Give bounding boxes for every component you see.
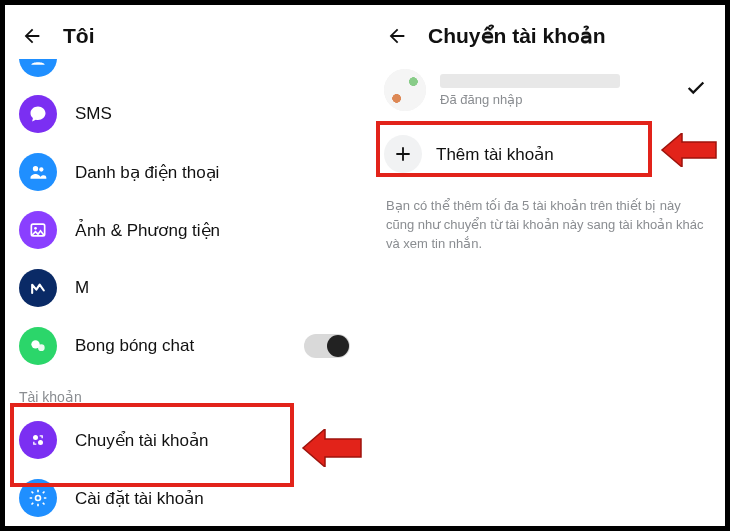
account-row-current[interactable]: Đã đăng nhập: [370, 59, 725, 121]
gear-icon: [19, 479, 57, 517]
list-item-label: Chuyển tài khoản: [75, 430, 356, 451]
avatar-icon: [19, 59, 57, 77]
svg-point-9: [36, 496, 41, 501]
list-item-chat-bubbles[interactable]: Bong bóng chat: [5, 317, 370, 375]
list-item-label: Bong bóng chat: [75, 336, 304, 356]
account-status: Đã đăng nhập: [440, 92, 685, 107]
people-icon: [19, 153, 57, 191]
page-title-left: Tôi: [63, 24, 95, 48]
svg-point-6: [38, 344, 45, 351]
check-icon: [685, 77, 711, 103]
svg-point-7: [33, 435, 38, 440]
list-item-label: SMS: [75, 104, 356, 124]
section-header-account: Tài khoản: [5, 375, 370, 411]
avatar: [384, 69, 426, 111]
back-button-right[interactable]: [384, 23, 410, 49]
svg-point-1: [33, 166, 38, 171]
back-button-left[interactable]: [19, 23, 45, 49]
list-item-label: Danh bạ điện thoại: [75, 162, 356, 183]
list-item-contacts[interactable]: Danh bạ điện thoại: [5, 143, 370, 201]
photo-icon: [19, 211, 57, 249]
list-item-label: Ảnh & Phương tiện: [75, 220, 356, 241]
list-item-switch-account[interactable]: Chuyển tài khoản: [5, 411, 370, 469]
plus-icon: [384, 135, 422, 173]
add-account-button[interactable]: Thêm tài khoản: [370, 121, 725, 187]
list-item-label: M: [75, 278, 356, 298]
helper-text: Bạn có thể thêm tối đa 5 tài khoản trên …: [370, 187, 725, 254]
m-icon: [19, 269, 57, 307]
svg-point-2: [39, 167, 43, 171]
list-item-sms[interactable]: SMS: [5, 85, 370, 143]
partial-row: [5, 59, 370, 85]
list-item-account-settings[interactable]: Cài đặt tài khoản: [5, 469, 370, 527]
svg-point-8: [38, 440, 43, 445]
arrow-left-icon: [386, 25, 408, 47]
svg-point-4: [34, 227, 37, 230]
arrow-left-icon: [21, 25, 43, 47]
list-item-media[interactable]: Ảnh & Phương tiện: [5, 201, 370, 259]
settings-list: SMS Danh bạ điện thoại Ảnh & Phương tiện…: [5, 85, 370, 527]
list-item-m[interactable]: M: [5, 259, 370, 317]
list-item-label: Cài đặt tài khoản: [75, 488, 356, 509]
switch-icon: [19, 421, 57, 459]
chat-bubbles-toggle[interactable]: [304, 334, 350, 358]
bubbles-icon: [19, 327, 57, 365]
chat-icon: [19, 95, 57, 133]
account-name-redacted: [440, 74, 620, 88]
page-title-right: Chuyển tài khoản: [428, 24, 606, 48]
add-account-label: Thêm tài khoản: [436, 144, 554, 165]
